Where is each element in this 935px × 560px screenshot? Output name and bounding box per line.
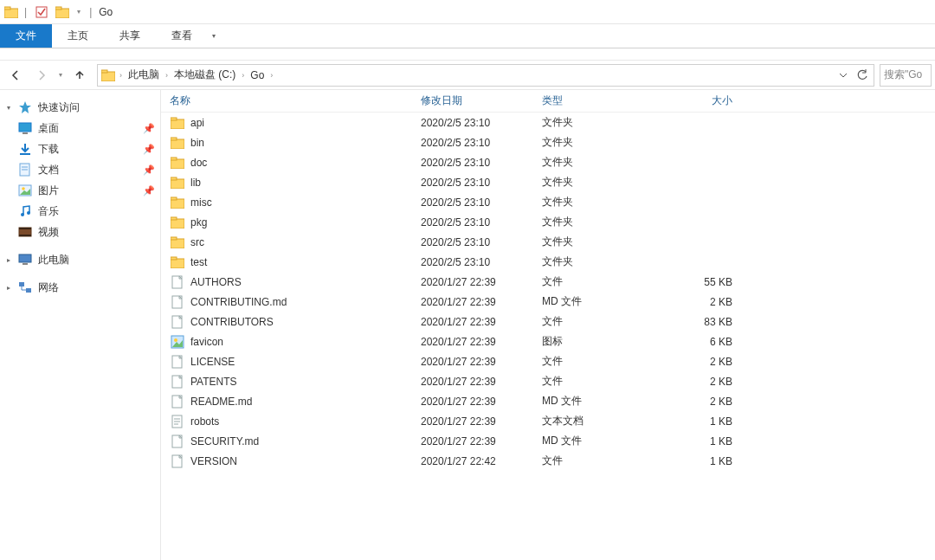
qat-properties-button[interactable]: [32, 3, 51, 22]
sidebar-quick-access[interactable]: ▾ 快速访问: [0, 97, 160, 118]
chevron-right-icon[interactable]: ›: [239, 71, 247, 80]
file-row[interactable]: PATENTS2020/1/27 22:39文件2 KB: [161, 371, 935, 391]
file-type: 文件夹: [542, 235, 663, 249]
svg-rect-26: [171, 118, 177, 120]
file-row[interactable]: lib2020/2/5 23:10文件夹: [161, 172, 935, 192]
address-bar[interactable]: › 此电脑 › 本地磁盘 (C:) › Go ›: [97, 64, 874, 87]
ico-icon: [170, 335, 185, 349]
sidebar-this-pc[interactable]: ▸ 此电脑: [0, 249, 160, 270]
file-size: 2 KB: [663, 296, 741, 308]
ribbon-expand-icon[interactable]: ▾: [208, 24, 220, 48]
nav-history-dropdown[interactable]: ▾: [55, 71, 66, 79]
svg-rect-33: [171, 199, 184, 209]
file-row[interactable]: bin2020/2/5 23:10文件夹: [161, 132, 935, 152]
nav-up-button[interactable]: [68, 63, 92, 87]
sidebar-item-pictures[interactable]: 图片📌: [0, 180, 160, 201]
file-name: test: [190, 256, 207, 268]
svg-rect-4: [55, 7, 61, 10]
column-header-name[interactable]: 名称: [170, 93, 421, 108]
sidebar-item-music[interactable]: 音乐: [0, 201, 160, 222]
nav-back-button[interactable]: [3, 63, 28, 87]
folder-icon: [170, 176, 185, 190]
file-row[interactable]: api2020/2/5 23:10文件夹: [161, 113, 935, 132]
svg-rect-28: [171, 138, 177, 140]
file-icon: [170, 395, 185, 409]
refresh-button[interactable]: [853, 66, 872, 85]
column-label: 名称: [170, 94, 190, 106]
file-row[interactable]: pkg2020/2/5 23:10文件夹: [161, 212, 935, 232]
file-type: 文件: [542, 274, 663, 289]
ribbon-tab-view[interactable]: 查看: [156, 24, 208, 48]
file-row[interactable]: AUTHORS2020/1/27 22:39文件55 KB: [161, 272, 935, 292]
star-icon: [17, 100, 33, 114]
file-row[interactable]: README.md2020/1/27 22:39MD 文件2 KB: [161, 391, 935, 411]
address-dropdown-button[interactable]: [834, 66, 853, 85]
file-type: 文件: [542, 374, 663, 389]
ribbon-tab-share[interactable]: 共享: [104, 24, 156, 48]
file-date: 2020/2/5 23:10: [421, 137, 542, 149]
ribbon-tab-label: 查看: [171, 29, 192, 43]
file-row[interactable]: CONTRIBUTORS2020/1/27 22:39文件83 KB: [161, 312, 935, 331]
file-row[interactable]: SECURITY.md2020/1/27 22:39MD 文件1 KB: [161, 431, 935, 451]
search-input[interactable]: 搜索"Go: [880, 64, 932, 87]
column-header-type[interactable]: 类型: [542, 93, 663, 108]
sidebar-item-label: 音乐: [38, 204, 155, 219]
svg-point-17: [27, 211, 30, 215]
file-size: 2 KB: [663, 356, 741, 368]
folder-icon: [3, 4, 19, 20]
ribbon-tab-home[interactable]: 主页: [52, 24, 104, 48]
file-name: src: [190, 236, 204, 248]
file-row[interactable]: VERSION2020/1/27 22:42文件1 KB: [161, 451, 935, 471]
sidebar-item-video[interactable]: 视频: [0, 222, 160, 242]
sidebar-item-desktop[interactable]: 桌面📌: [0, 118, 160, 138]
file-row[interactable]: src2020/2/5 23:10文件夹: [161, 232, 935, 252]
pin-icon: 📌: [143, 185, 155, 196]
chevron-right-icon[interactable]: ›: [163, 71, 171, 80]
music-icon: [17, 204, 33, 218]
file-row[interactable]: test2020/2/5 23:10文件夹: [161, 252, 935, 272]
chevron-right-icon[interactable]: ›: [117, 71, 125, 80]
breadcrumb-item[interactable]: Go: [247, 65, 268, 86]
sidebar-item-label: 文档: [38, 163, 138, 177]
video-icon: [17, 225, 33, 239]
sidebar-item-download[interactable]: 下载📌: [0, 138, 160, 159]
breadcrumb-item[interactable]: 本地磁盘 (C:): [171, 65, 239, 86]
file-name: pkg: [190, 216, 207, 229]
pin-icon: 📌: [143, 164, 155, 176]
file-type: 文件夹: [542, 195, 663, 209]
file-row[interactable]: robots2020/1/27 22:39文本文档1 KB: [161, 411, 935, 431]
file-size: 83 KB: [663, 316, 741, 328]
separator: |: [24, 6, 27, 18]
folder-icon: [170, 255, 185, 269]
file-row[interactable]: favicon2020/1/27 22:39图标6 KB: [161, 331, 935, 351]
file-icon: [170, 315, 185, 329]
ribbon-tab-file[interactable]: 文件: [0, 24, 52, 48]
breadcrumb-label: Go: [250, 69, 264, 81]
chevron-right-icon[interactable]: ›: [268, 71, 275, 80]
ribbon-tab-label: 共享: [119, 29, 140, 43]
file-size: 1 KB: [663, 435, 741, 447]
breadcrumb-item[interactable]: 此电脑: [125, 65, 163, 86]
svg-point-15: [22, 187, 25, 190]
column-label: 修改日期: [421, 94, 462, 106]
file-name: LICENSE: [190, 356, 235, 368]
sidebar-network[interactable]: ▸ 网络: [0, 277, 160, 298]
svg-rect-9: [23, 132, 28, 134]
qat-dropdown-icon[interactable]: ▾: [74, 8, 84, 16]
file-name: robots: [190, 415, 219, 428]
sidebar-item-label: 视频: [38, 225, 155, 240]
svg-rect-38: [171, 237, 177, 240]
file-date: 2020/1/27 22:39: [421, 356, 542, 368]
file-row[interactable]: misc2020/2/5 23:10文件夹: [161, 192, 935, 212]
column-header-size[interactable]: 大小: [663, 93, 741, 108]
file-row[interactable]: LICENSE2020/1/27 22:39文件2 KB: [161, 351, 935, 371]
nav-forward-button[interactable]: [29, 63, 54, 87]
file-icon: [170, 275, 185, 289]
file-icon: [170, 375, 185, 389]
file-row[interactable]: doc2020/2/5 23:10文件夹: [161, 152, 935, 172]
column-header-date[interactable]: 修改日期: [421, 93, 542, 108]
sidebar-item-document[interactable]: 文档📌: [0, 159, 160, 180]
file-date: 2020/1/27 22:39: [421, 336, 542, 348]
file-row[interactable]: CONTRIBUTING.md2020/1/27 22:39MD 文件2 KB: [161, 292, 935, 312]
svg-rect-39: [171, 259, 184, 268]
